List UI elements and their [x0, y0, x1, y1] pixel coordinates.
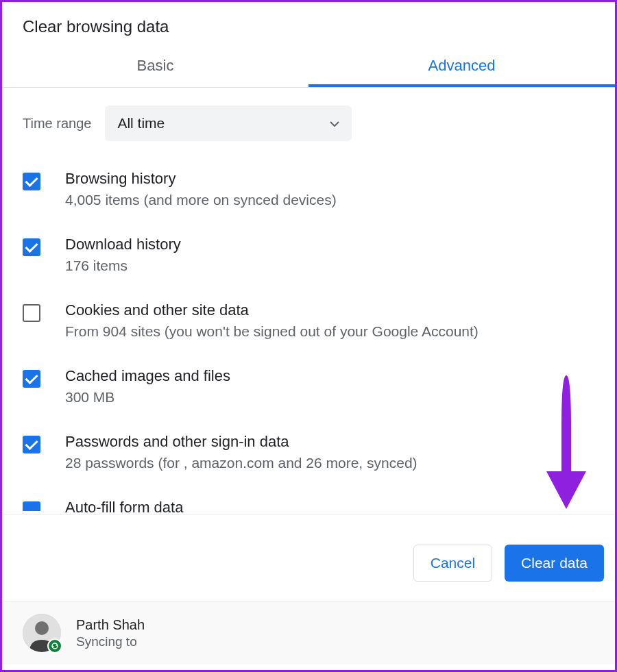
tab-advanced[interactable]: Advanced: [308, 45, 615, 87]
option-download-history[interactable]: Download history 176 items: [23, 236, 594, 274]
dialog-title: Clear browsing data: [23, 17, 594, 36]
checkbox-autofill[interactable]: [23, 501, 40, 511]
option-passwords[interactable]: Passwords and other sign-in data 28 pass…: [23, 433, 594, 471]
profile-name: Parth Shah: [76, 617, 145, 633]
option-subtitle: From 904 sites (you won't be signed out …: [65, 323, 479, 340]
svg-point-1: [35, 621, 49, 635]
option-cookies[interactable]: Cookies and other site data From 904 sit…: [23, 301, 594, 340]
option-cached-images[interactable]: Cached images and files 300 MB: [23, 367, 594, 406]
option-subtitle: 28 passwords (for , amazon.com and 26 mo…: [65, 455, 418, 471]
checkbox-download-history[interactable]: [23, 238, 40, 256]
option-subtitle: 4,005 items (and more on synced devices): [65, 192, 337, 208]
clear-data-button[interactable]: Clear data: [505, 545, 604, 582]
time-range-label: Time range: [23, 116, 91, 132]
checkbox-browsing-history[interactable]: [23, 173, 40, 190]
option-title: Browsing history: [65, 170, 337, 188]
option-title: Auto-fill form data: [65, 499, 183, 514]
option-subtitle: 176 items: [65, 258, 181, 274]
option-subtitle: 300 MB: [65, 389, 230, 406]
time-range-value: All time: [117, 115, 165, 132]
tab-basic[interactable]: Basic: [2, 45, 308, 87]
chevron-down-icon: [330, 117, 339, 129]
option-title: Passwords and other sign-in data: [65, 433, 418, 451]
profile-sync-status: Syncing to: [76, 634, 145, 649]
option-autofill[interactable]: Auto-fill form data: [23, 499, 594, 514]
profile-section: Parth Shah Syncing to: [2, 601, 615, 664]
option-title: Cached images and files: [65, 367, 230, 385]
option-title: Cookies and other site data: [65, 301, 479, 319]
option-title: Download history: [65, 236, 181, 253]
checkbox-cached-images[interactable]: [23, 370, 40, 388]
checkbox-passwords[interactable]: [23, 436, 40, 453]
time-range-dropdown[interactable]: All time: [105, 105, 352, 141]
sync-badge-icon: [47, 638, 62, 654]
avatar: [23, 614, 61, 652]
tabs-container: Basic Advanced: [2, 45, 615, 88]
checkbox-cookies[interactable]: [23, 304, 40, 322]
cancel-button[interactable]: Cancel: [413, 545, 492, 582]
option-browsing-history[interactable]: Browsing history 4,005 items (and more o…: [23, 170, 594, 208]
